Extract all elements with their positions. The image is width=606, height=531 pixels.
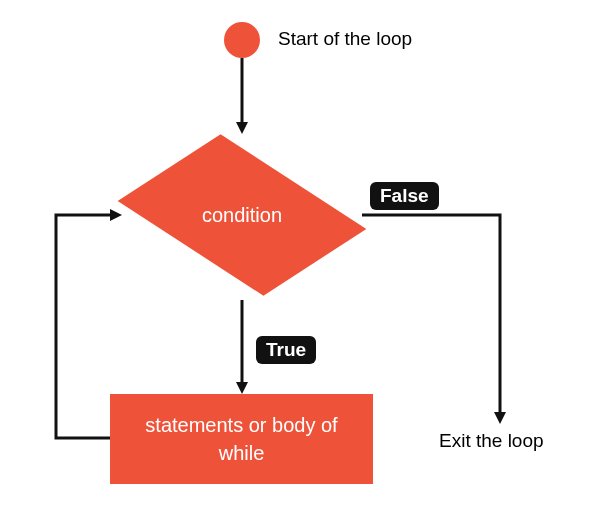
svg-marker-5 [110, 209, 122, 221]
condition-text: condition [202, 204, 282, 227]
arrow-loop-back [0, 0, 606, 531]
